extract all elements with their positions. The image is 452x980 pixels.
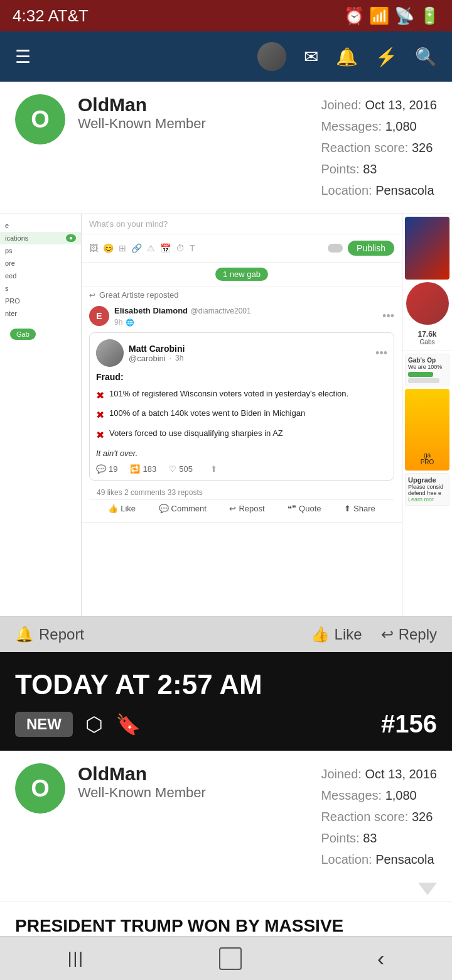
elisabeth-author-row: E Elisabeth Diamond @diamactive2001 9h 🌐…	[89, 305, 394, 327]
retweet-icon: 🔁	[130, 464, 140, 474]
post-header-second: O OldMan Well-Known Member Joined: Oct 1…	[0, 751, 452, 883]
tweet-more-icon[interactable]: •••	[375, 347, 387, 360]
fraud-item-3: ✖ Voters forced to use disqualifying sha…	[96, 428, 387, 442]
user-avatar[interactable]	[257, 42, 286, 71]
gab-sidebar-item-s: s	[0, 282, 81, 295]
emoji-icon: 😊	[103, 243, 114, 253]
tweet-stats: 💬 19 🔁 183 ♡ 505 ⬆	[96, 464, 387, 474]
post-number: #156	[381, 710, 437, 738]
username-first: OldMan	[78, 94, 308, 116]
search-icon[interactable]: 🔍	[415, 46, 437, 67]
warning-icon: ⚠	[147, 243, 155, 253]
user-stats-first: Joined: Oct 13, 2016 Messages: 1,080 Rea…	[321, 94, 437, 201]
new-badge: NEW	[15, 712, 73, 737]
bottom-home-icon[interactable]	[219, 947, 242, 970]
publish-button[interactable]: Publish	[348, 241, 394, 256]
thumbs-up-icon-bar: 👍	[311, 626, 330, 643]
hamburger-menu-icon[interactable]: ☰	[15, 46, 31, 67]
status-time: 4:32 AT&T	[13, 6, 89, 26]
comment-bubble-icon: 💬	[96, 464, 106, 474]
matt-avatar	[96, 339, 124, 367]
share-action[interactable]: ⬆ Share	[344, 504, 375, 513]
tweet-author-info: Matt Carobini @carobini · 3h	[129, 344, 185, 363]
heart-icon: ♡	[169, 464, 176, 474]
quote-icon: ❝❞	[288, 504, 296, 513]
gab-sidebar-item-nter: nter	[0, 307, 81, 320]
gab-right-sidebar: 17.6k Gabs Gab's Op We are 100% gaPRO Up…	[402, 214, 452, 616]
mail-icon[interactable]: ✉	[304, 46, 318, 67]
gab-ops-box: Gab's Op We are 100%	[405, 354, 449, 386]
username-second: OldMan	[78, 763, 308, 785]
post-actions-row: 👍 Like 💬 Comment ↩ Repost ❝❞ Quote ⬆	[89, 499, 394, 517]
gab-right-profile-pic	[406, 282, 449, 325]
gab-left-sidebar: e ications● ps ore eed s PRO nter Gab	[0, 214, 82, 616]
more-options-icon[interactable]: •••	[382, 310, 394, 323]
user-role-first: Well-Known Member	[78, 116, 308, 132]
grid-icon: ⊞	[119, 243, 126, 253]
bottom-menu-icon[interactable]: |||	[68, 949, 84, 968]
today-label: TODAY AT 2:57 AM	[15, 670, 437, 700]
like-reply-buttons: 👍 Like ↩ Reply	[311, 626, 437, 643]
quote-action[interactable]: ❝❞ Quote	[288, 504, 321, 513]
gab-compose-bar: What's on your mind?	[82, 214, 402, 234]
status-bar: 4:32 AT&T ⏰ 📶 📡 🔋	[0, 0, 452, 31]
tweet-likes-stat: ♡ 505	[169, 464, 193, 474]
like-button[interactable]: 👍 Like	[311, 626, 362, 643]
compose-placeholder: What's on your mind?	[89, 219, 168, 229]
gab-screenshot: e ications● ps ore eed s PRO nter Gab Wh…	[0, 214, 452, 616]
share-icon-sep[interactable]: ⬡	[85, 712, 103, 736]
gab-sidebar-item-pro: PRO	[0, 295, 81, 307]
post-header-first: O OldMan Well-Known Member Joined: Oct 1…	[0, 82, 452, 214]
clock-icon: ⏱	[176, 243, 185, 253]
reply-icon: ↩	[381, 626, 394, 643]
notification-bell-icon[interactable]: 🔔	[336, 46, 358, 67]
tweet-time: 3h	[175, 354, 183, 362]
calendar-icon: 📅	[160, 243, 171, 253]
gab-sidebar-item-notifications: ications●	[0, 232, 81, 244]
tweet-handle: @carobini	[129, 354, 166, 363]
bookmark-icon[interactable]: 🔖	[116, 712, 141, 736]
wifi-icon: 📶	[369, 6, 389, 26]
thread-separator: TODAY AT 2:57 AM NEW ⬡ 🔖 #156	[0, 652, 452, 751]
elisabeth-handle: @diamactive2001	[190, 307, 250, 315]
fraud-item-2: ✖ 100% of a batch 140k votes went to Bid…	[96, 408, 387, 422]
globe-icon: 🌐	[126, 318, 134, 326]
bottom-back-icon[interactable]: ‹	[377, 946, 384, 971]
tweet-comments-stat: 💬 19	[96, 464, 117, 474]
repost-action[interactable]: ↩ Repost	[229, 504, 264, 513]
reply-button[interactable]: ↩ Reply	[381, 626, 437, 643]
user-info-second: OldMan Well-Known Member	[78, 763, 308, 801]
status-icons: ⏰ 📶 📡 🔋	[344, 6, 439, 26]
toggle-icon	[328, 244, 343, 253]
gab-sidebar-item-e: e	[0, 219, 81, 232]
x-mark-icon-3: ✖	[96, 428, 104, 442]
like-action[interactable]: 👍 Like	[108, 504, 136, 513]
gab-right-stats: 17.6k Gabs	[402, 327, 452, 348]
learn-more-link[interactable]: Learn mor	[408, 496, 446, 503]
separator-icons-row: NEW ⬡ 🔖 #156	[15, 710, 437, 738]
report-button[interactable]: 🔔 Report	[15, 626, 84, 643]
avatar-first: O	[15, 94, 65, 144]
share-arrow-icon: ⬆	[344, 504, 351, 513]
compose-tools: 🖼 😊 ⊞ 🔗 ⚠ 📅 ⏱ T	[89, 243, 195, 253]
action-bar-first: 🔔 Report 👍 Like ↩ Reply	[0, 616, 452, 652]
nav-bar: ☰ ✉ 🔔 ⚡ 🔍	[0, 31, 452, 82]
bottom-navigation: ||| ‹	[0, 936, 452, 980]
user-info-first: OldMan Well-Known Member	[78, 94, 308, 132]
gab-sidebar-item-ore: ore	[0, 257, 81, 270]
gab-sidebar-item-eed: eed	[0, 270, 81, 282]
lightning-icon[interactable]: ⚡	[375, 46, 397, 67]
comment-icon: 💬	[159, 504, 169, 513]
new-gab-badge: 1 new gab	[215, 268, 268, 281]
tweet-embed: Matt Carobini @carobini · 3h ••• Fraud: …	[89, 332, 394, 481]
elisabeth-post: E Elisabeth Diamond @diamactive2001 9h 🌐…	[82, 300, 402, 523]
image-icon: 🖼	[89, 243, 98, 253]
repost-icon: ↩	[229, 504, 236, 513]
likes-info: 49 likes 2 comments 33 reposts	[89, 486, 394, 499]
gab-button[interactable]: Gab	[10, 329, 36, 340]
battery-icon: 🔋	[419, 6, 439, 26]
gab-sidebar-item-ps: ps	[0, 244, 81, 257]
comment-action[interactable]: 💬 Comment	[159, 504, 207, 513]
gab-right-ad-gab: gaPRO	[405, 389, 449, 471]
x-mark-icon-1: ✖	[96, 389, 104, 403]
